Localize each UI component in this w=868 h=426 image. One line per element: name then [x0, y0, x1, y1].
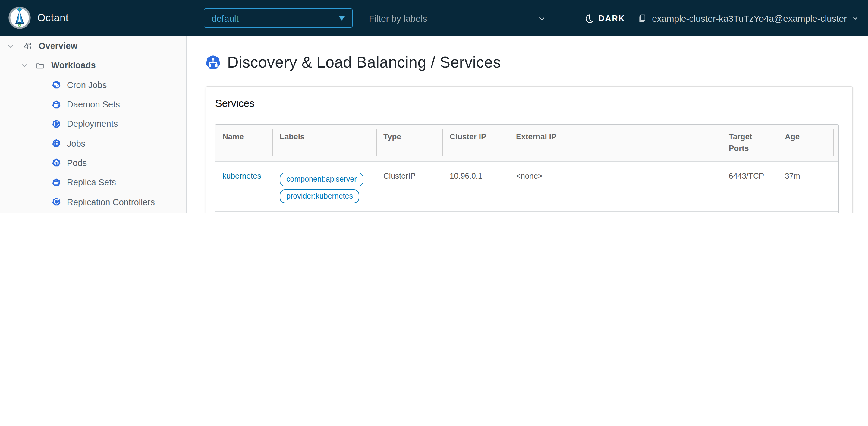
pods-icon	[52, 159, 61, 167]
replica-sets-icon	[52, 178, 61, 187]
column-header-cluster-ip: Cluster IP	[442, 125, 509, 161]
cell-spacer	[833, 211, 838, 213]
sidebar-item-overview[interactable]: Overview	[0, 36, 186, 56]
jobs-icon	[52, 139, 61, 148]
brand: Octant	[8, 6, 69, 30]
cell-cluster-ip: 10.97.21.0	[442, 211, 509, 213]
column-header-type: Type	[376, 125, 442, 161]
cell-age: 6m	[778, 211, 833, 213]
theme-toggle-label: DARK	[598, 13, 625, 23]
sidebar-item-stateful-sets[interactable]: Stateful Sets	[47, 211, 186, 213]
cell-target-ports: http/TCP	[721, 211, 778, 213]
sidebar: Overview Workloads Cron Jobs Daemon Sets	[0, 36, 187, 213]
sidebar-item-deployments[interactable]: Deployments	[47, 114, 186, 134]
column-header-name: Name	[215, 125, 273, 161]
sidebar-item-replication-controllers[interactable]: Replication Controllers	[47, 192, 186, 212]
cell-cluster-ip: 10.96.0.1	[442, 161, 509, 211]
cell-type: ClusterIP	[376, 161, 442, 211]
cell-name: my-blog-ghost	[215, 211, 273, 213]
service-link[interactable]: kubernetes	[222, 171, 261, 180]
label-filter-placeholder: Filter by labels	[369, 13, 427, 24]
cell-external-ip: <none>	[509, 161, 721, 211]
sidebar-item-label: Overview	[38, 41, 78, 51]
daemon-sets-icon	[52, 100, 61, 109]
services-icon	[205, 54, 221, 70]
sidebar-item-label: Jobs	[67, 139, 85, 148]
sidebar-item-label: Deployments	[67, 119, 118, 129]
app-title: Octant	[37, 12, 69, 24]
sidebar-item-label: Daemon Sets	[67, 100, 120, 109]
sidebar-item-replica-sets[interactable]: Replica Sets	[47, 173, 186, 192]
sidebar-item-label: Workloads	[51, 61, 96, 70]
main-content: Discovery & Load Balancing / Services Se…	[187, 36, 868, 213]
deployments-icon	[52, 119, 61, 129]
moon-icon	[584, 13, 594, 23]
cluster-context-dropdown[interactable]: example-cluster-ka3TuTzYo4a@example-clus…	[637, 0, 859, 36]
octant-logo-icon	[8, 6, 31, 30]
services-card: Services Name Labels Type Cluster IP Ext…	[206, 86, 853, 213]
cell-spacer	[833, 161, 838, 211]
label-pill[interactable]: provider:kubernetes	[280, 189, 360, 203]
objects-icon	[23, 41, 32, 50]
namespace-value: default	[212, 13, 239, 23]
cell-target-ports: 6443/TCP	[721, 161, 778, 211]
cell-type: LoadBalancer	[376, 211, 442, 213]
sidebar-item-daemon-sets[interactable]: Daemon Sets	[47, 95, 186, 114]
folder-icon	[36, 61, 44, 70]
sidebar-item-label: Cron Jobs	[67, 80, 107, 90]
card-title: Services	[215, 98, 844, 110]
chevron-down-icon	[852, 15, 859, 22]
replication-controllers-icon	[52, 197, 61, 206]
page-title-row: Discovery & Load Balancing / Services	[205, 53, 868, 72]
copy-icon	[637, 13, 647, 23]
column-header-spacer	[833, 125, 838, 161]
chevron-down-icon[interactable]	[538, 14, 546, 23]
table-header-row: Name Labels Type Cluster IP External IP …	[215, 125, 838, 161]
sidebar-item-workloads[interactable]: Workloads	[0, 56, 186, 76]
theme-toggle-button[interactable]: DARK	[580, 0, 629, 36]
namespace-select[interactable]: default	[204, 8, 352, 28]
cell-external-ip: nb-104-237-148-71.newark.nodebalancer.li…	[509, 211, 721, 213]
app-header: Octant default Filter by labels DARK exa…	[0, 0, 868, 36]
sidebar-item-cron-jobs[interactable]: Cron Jobs	[47, 75, 186, 95]
cron-jobs-icon	[52, 80, 61, 89]
cell-age: 37m	[778, 161, 833, 211]
label-pill[interactable]: component:apiserver	[280, 172, 363, 186]
cell-labels: component:apiserver provider:kubernetes	[273, 161, 376, 211]
sidebar-item-label: Replica Sets	[67, 177, 116, 187]
sidebar-item-label: Replication Controllers	[67, 197, 155, 207]
cluster-context-label: example-cluster-ka3TuTzYo4a@example-clus…	[652, 13, 847, 23]
cell-name: kubernetes	[215, 161, 273, 211]
column-header-labels: Labels	[273, 125, 376, 161]
octant-app: Octant default Filter by labels DARK exa…	[0, 0, 868, 213]
table-row: my-blog-ghost app:my-blog-ghost chart:gh…	[215, 211, 838, 213]
caret-down-icon	[339, 16, 345, 20]
table-row: kubernetes component:apiserver provider:…	[215, 161, 838, 211]
services-table: Name Labels Type Cluster IP External IP …	[215, 124, 839, 213]
column-header-age: Age	[778, 125, 833, 161]
chevron-down-icon[interactable]	[21, 61, 28, 69]
column-header-target-ports: Target Ports	[721, 125, 778, 161]
label-filter-input[interactable]: Filter by labels	[367, 10, 548, 27]
sidebar-item-pods[interactable]: Pods	[47, 153, 186, 173]
chevron-down-icon[interactable]	[7, 42, 14, 50]
page-title: Discovery & Load Balancing / Services	[227, 53, 501, 72]
sidebar-item-label: Pods	[67, 158, 87, 168]
column-header-external-ip: External IP	[509, 125, 721, 161]
sidebar-item-jobs[interactable]: Jobs	[47, 134, 186, 153]
cell-labels: app:my-blog-ghost chart:ghost-8.0.5 heri…	[273, 211, 376, 213]
